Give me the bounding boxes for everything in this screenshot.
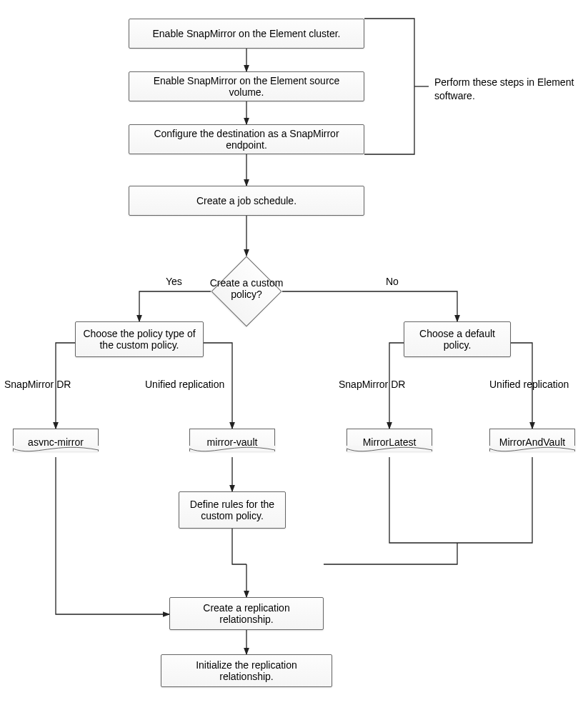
step-initialize-relationship: Initialize the replication relationship.	[161, 654, 332, 687]
decision-custom-policy	[211, 256, 282, 327]
doc-async-mirror: async-mirror	[13, 429, 99, 451]
doc-mirror-vault: mirror-vault	[189, 429, 275, 451]
step-define-rules: Define rules for the custom policy.	[179, 491, 286, 529]
step-choose-custom-type: Choose the policy type of the custom pol…	[75, 321, 204, 357]
doc-mirror-latest: MirrorLatest	[347, 429, 432, 451]
step-choose-default: Choose a default policy.	[404, 321, 511, 357]
label-unified-left: Unified replication	[145, 379, 224, 390]
step-text: Enable SnapMirror on the Element cluster…	[152, 28, 340, 39]
step-enable-cluster: Enable SnapMirror on the Element cluster…	[129, 19, 364, 49]
step-text: Configure the destination as a SnapMirro…	[136, 128, 357, 151]
step-job-schedule: Create a job schedule.	[129, 186, 364, 216]
step-text: Define rules for the custom policy.	[186, 499, 278, 521]
label-snapmirror-dr-left: SnapMirror DR	[4, 379, 71, 390]
label-yes: Yes	[166, 276, 182, 287]
step-text: Create a job schedule.	[196, 195, 297, 206]
step-text: Choose a default policy.	[412, 328, 503, 351]
step-configure-endpoint: Configure the destination as a SnapMirro…	[129, 124, 364, 154]
step-enable-volume: Enable SnapMirror on the Element source …	[129, 71, 364, 101]
step-text: Enable SnapMirror on the Element source …	[136, 75, 357, 98]
step-text: Initialize the replication relationship.	[169, 659, 324, 682]
label-snapmirror-dr-right: SnapMirror DR	[339, 379, 405, 390]
label-no: No	[386, 276, 399, 287]
bracket-annotation: Perform these steps in Element software.	[434, 76, 577, 103]
doc-mirror-and-vault: MirrorAndVault	[489, 429, 575, 451]
step-create-relationship: Create a replication relationship.	[169, 597, 324, 630]
label-unified-right: Unified replication	[489, 379, 569, 390]
step-text: Create a replication relationship.	[177, 602, 316, 625]
step-text: Choose the policy type of the custom pol…	[83, 328, 196, 351]
